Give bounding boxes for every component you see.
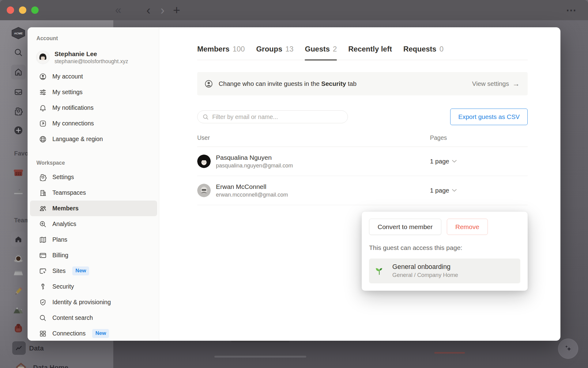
tab-groups[interactable]: Groups 13 — [256, 45, 293, 60]
guest-email: pasqualina.nguyen@gmail.com — [216, 162, 293, 169]
access-page-breadcrumb: General / Company Home — [392, 271, 458, 279]
sidebar-item-plans[interactable]: Plans — [30, 232, 157, 247]
sidebar-item-my-settings[interactable]: My settings — [30, 84, 157, 100]
teamspace-pencil-emoji-icon[interactable] — [11, 284, 26, 299]
window-more-menu-button[interactable]: ⋯ — [566, 0, 577, 20]
sidebar-item-content-search[interactable]: Content search — [30, 310, 157, 326]
sidebar-item-label: Plans — [52, 236, 67, 243]
sidebar-item-data[interactable]: Data — [29, 344, 44, 352]
guest-access-caption: This guest can access this page: — [369, 244, 520, 251]
favorite-phone-emoji-icon[interactable] — [11, 165, 26, 180]
tab-guests[interactable]: Guests 2 — [305, 45, 337, 60]
settings-gear-icon[interactable] — [11, 104, 26, 118]
guest-row[interactable]: Erwan McConnell erwan.mcconnell@gmail.co… — [197, 176, 528, 205]
sidebar-item-billing[interactable]: Billing — [30, 247, 157, 263]
sidebar-item-language-region[interactable]: Language & region — [30, 131, 157, 147]
convert-to-member-button[interactable]: Convert to member — [369, 219, 441, 235]
app-window: « ‹ › + ⋯ ACME — [0, 0, 588, 368]
guest-pages-dropdown[interactable]: 1 page — [430, 158, 528, 165]
gear-icon — [39, 173, 47, 181]
avatar — [197, 184, 211, 197]
teamspace-home-icon[interactable] — [11, 232, 26, 247]
guest-invite-banner: Change who can invite guests in the Secu… — [197, 72, 528, 95]
view-settings-label: View settings — [472, 80, 509, 87]
workspace-section-label: Workspace — [36, 160, 159, 166]
zoom-window-button[interactable] — [31, 6, 39, 14]
sidebar-item-label: Teamspaces — [52, 189, 86, 196]
favorite-shoe-emoji-icon[interactable] — [11, 184, 26, 199]
sidebar-item-label: My settings — [52, 89, 83, 96]
traffic-lights — [7, 6, 39, 14]
guest-pages-dropdown[interactable]: 1 page — [430, 187, 528, 194]
guest-access-page-item[interactable]: General onboarding General / Company Hom… — [369, 259, 520, 283]
arrow-up-right-square-icon — [39, 120, 47, 128]
sidebar-collapse-icon[interactable]: « — [115, 0, 119, 20]
sidebar-item-label: My connections — [52, 120, 94, 127]
home-icon[interactable] — [11, 65, 26, 79]
close-window-button[interactable] — [7, 6, 14, 14]
sidebar-item-label: Settings — [52, 174, 74, 181]
sidebar-item-security[interactable]: Security — [30, 279, 157, 294]
shield-check-icon — [39, 298, 47, 306]
sidebar-item-connections[interactable]: Connections New — [30, 326, 157, 341]
sidebar-item-members[interactable]: Members — [30, 201, 157, 216]
sidebar-item-my-notifications[interactable]: My notifications — [30, 100, 157, 116]
guest-toolbar: Export guests as CSV — [197, 109, 528, 125]
window-titlebar: « ‹ › + ⋯ — [0, 0, 588, 20]
new-tab-button[interactable]: + — [173, 0, 180, 20]
remove-guest-button[interactable]: Remove — [447, 219, 488, 235]
guest-row[interactable]: Pasqualina Nguyen pasqualina.nguyen@gmai… — [197, 147, 528, 176]
new-badge: New — [92, 329, 109, 338]
column-header-pages: Pages — [430, 134, 528, 141]
access-page-title: General onboarding — [392, 263, 458, 271]
search-icon — [202, 114, 209, 120]
key-icon — [39, 283, 47, 291]
minimize-window-button[interactable] — [19, 6, 26, 14]
new-page-icon[interactable] — [11, 123, 26, 138]
sidebar-item-my-connections[interactable]: My connections — [30, 116, 157, 131]
sidebar-item-settings[interactable]: Settings — [30, 169, 157, 185]
sidebar-item-label: Content search — [52, 314, 93, 321]
sidebar-item-data-home[interactable]: Data Home — [33, 364, 68, 368]
workspace-logo[interactable]: ACME — [11, 26, 26, 40]
search-icon[interactable] — [11, 45, 26, 60]
account-user-row[interactable]: Stephanie Lee stephanie@toolsforthought.… — [36, 50, 159, 65]
sidebar-item-label: Security — [52, 283, 74, 290]
magnifier-icon — [39, 314, 47, 322]
view-settings-link[interactable]: View settings → — [472, 79, 520, 88]
grid-icon — [39, 330, 47, 338]
data-page-icon[interactable] — [12, 341, 26, 355]
bell-icon — [39, 104, 47, 112]
tab-requests[interactable]: Requests 0 — [403, 45, 443, 60]
back-button[interactable]: ‹ — [146, 0, 150, 20]
export-guests-csv-button[interactable]: Export guests as CSV — [450, 109, 528, 125]
sidebar-item-label: My notifications — [52, 104, 93, 111]
sidebar-item-sites[interactable]: Sites New — [30, 263, 157, 279]
teamspace-coffee-emoji-icon[interactable] — [11, 251, 26, 266]
account-user-email: stephanie@toolsforthought.xyz — [55, 58, 128, 65]
guest-filter-input[interactable] — [212, 113, 343, 121]
data-home-emoji-icon[interactable] — [13, 360, 28, 368]
sidebar-item-label: Analytics — [52, 220, 76, 228]
magnifier-sparkle-icon — [39, 220, 47, 228]
sidebar-item-teamspaces[interactable]: Teamspaces — [30, 185, 157, 201]
user-circle-icon — [204, 79, 213, 88]
inbox-icon[interactable] — [11, 85, 26, 99]
settings-sidebar: Account Stephanie Lee stephanie@toolsfor… — [28, 27, 159, 341]
sidebar-item-identity-provisioning[interactable]: Identity & provisioning — [30, 294, 157, 310]
settings-dialog: Account Stephanie Lee stephanie@toolsfor… — [28, 27, 560, 341]
seedling-emoji-icon — [375, 266, 384, 276]
teamspace-board-emoji-icon[interactable] — [11, 266, 26, 280]
ai-assistant-button[interactable] — [558, 339, 578, 359]
user-circle-icon — [39, 73, 47, 81]
sidebar-item-my-account[interactable]: My account — [30, 69, 157, 84]
teamspace-mountain-emoji-icon[interactable] — [11, 302, 26, 317]
guest-filter-search[interactable] — [197, 110, 348, 123]
tab-recently-left[interactable]: Recently left — [348, 45, 392, 60]
forward-button[interactable]: › — [160, 0, 164, 20]
sidebar-item-analytics[interactable]: Analytics — [30, 216, 157, 232]
account-user-name: Stephanie Lee — [55, 50, 128, 58]
sidebar-item-label: Sites — [52, 267, 66, 274]
teamspace-backpack-emoji-icon[interactable] — [11, 321, 26, 335]
tab-members[interactable]: Members 100 — [197, 45, 245, 60]
